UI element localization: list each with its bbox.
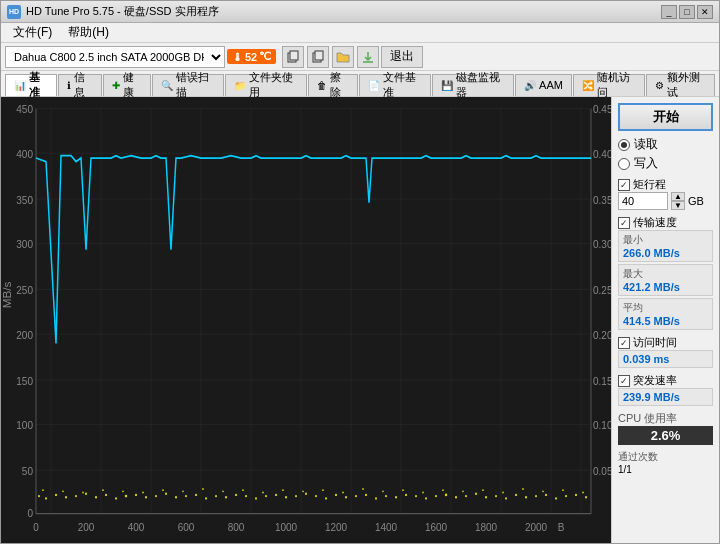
max-stat-block: 最大 421.2 MB/s [618, 264, 713, 296]
access-time-checkbox[interactable]: ✓ [618, 337, 630, 349]
svg-text:ms: ms [609, 308, 611, 324]
exit-button[interactable]: 退出 [381, 46, 423, 68]
svg-point-78 [175, 496, 177, 498]
svg-point-114 [535, 495, 537, 497]
menu-bar: 文件(F) 帮助(H) [1, 23, 719, 43]
read-radio-item[interactable]: 读取 [618, 136, 713, 153]
burst-value: 239.9 MB/s [623, 391, 708, 403]
download-icon-btn[interactable] [357, 46, 379, 68]
svg-text:0.05: 0.05 [593, 464, 611, 477]
svg-text:350: 350 [16, 193, 33, 206]
random-tab-icon: 🔀 [582, 80, 594, 91]
svg-point-132 [282, 489, 284, 491]
folder-icon-btn[interactable] [332, 46, 354, 68]
svg-point-110 [495, 495, 497, 497]
drive-dropdown[interactable]: Dahua C800 2.5 inch SATA 2000GB DH9S411A… [5, 46, 225, 68]
range-up-btn[interactable]: ▲ [671, 192, 685, 201]
svg-point-130 [242, 489, 244, 491]
avg-stat-block: 平均 414.5 MB/s [618, 298, 713, 330]
svg-point-124 [122, 490, 124, 492]
svg-text:1000: 1000 [275, 520, 297, 533]
svg-text:600: 600 [178, 520, 195, 533]
maximize-button[interactable]: □ [679, 5, 695, 19]
tab-error-scan[interactable]: 🔍 错误扫描 [152, 74, 224, 96]
range-section: ✓ 矩行程 ▲ ▼ GB [618, 177, 713, 210]
tab-disk-monitor[interactable]: 💾 磁盘监视器 [432, 74, 514, 96]
svg-point-112 [515, 494, 517, 496]
burst-checkbox[interactable]: ✓ [618, 375, 630, 387]
svg-text:250: 250 [16, 283, 33, 296]
tab-extra[interactable]: ⚙ 额外测试 [646, 74, 715, 96]
svg-point-108 [475, 493, 477, 495]
svg-point-103 [425, 497, 427, 499]
drive-selector: Dahua C800 2.5 inch SATA 2000GB DH9S411A… [5, 46, 225, 68]
write-radio-item[interactable]: 写入 [618, 155, 713, 172]
svg-rect-5 [1, 97, 611, 543]
extra-tab-icon: ⚙ [655, 80, 664, 91]
tab-file-baseline[interactable]: 📄 文件基准 [359, 74, 431, 96]
tab-erase[interactable]: 🗑 擦除 [308, 74, 358, 96]
svg-point-138 [402, 489, 404, 491]
erase-tab-label: 擦除 [330, 70, 349, 100]
svg-point-91 [305, 493, 307, 495]
tab-file-bench[interactable]: 📁 文件夹使用 [225, 74, 307, 96]
svg-point-113 [525, 496, 527, 498]
aam-tab-label: AAM [539, 79, 563, 91]
svg-point-74 [135, 494, 137, 496]
minimize-button[interactable]: _ [661, 5, 677, 19]
svg-text:400: 400 [16, 147, 33, 160]
svg-rect-3 [315, 51, 323, 60]
pass-section: 通过次数 1/1 [618, 450, 713, 475]
range-input-row: ▲ ▼ GB [618, 192, 713, 210]
svg-text:100: 100 [16, 418, 33, 431]
svg-point-69 [85, 493, 87, 495]
range-down-btn[interactable]: ▼ [671, 201, 685, 210]
svg-rect-1 [290, 51, 298, 60]
range-value-input[interactable] [618, 192, 668, 210]
svg-point-80 [195, 494, 197, 496]
menu-help[interactable]: 帮助(H) [60, 22, 117, 43]
benchmark-chart: 450 400 350 300 250 200 150 100 50 0 MB/… [1, 97, 611, 543]
tab-info[interactable]: ℹ 信息 [58, 74, 102, 96]
svg-point-81 [205, 497, 207, 499]
svg-point-70 [95, 496, 97, 498]
transfer-speed-checkbox[interactable]: ✓ [618, 217, 630, 229]
tab-aam[interactable]: 🔊 AAM [515, 74, 572, 96]
svg-point-82 [215, 495, 217, 497]
menu-file[interactable]: 文件(F) [5, 22, 60, 43]
min-value: 266.0 MB/s [623, 247, 708, 259]
svg-point-87 [265, 495, 267, 497]
svg-point-123 [102, 489, 104, 491]
access-time-checkbox-item: ✓ 访问时间 [618, 335, 713, 350]
svg-point-146 [562, 489, 564, 491]
tab-health[interactable]: ✚ 健康 [103, 74, 151, 96]
svg-point-134 [322, 489, 324, 491]
range-checkbox[interactable]: ✓ [618, 179, 630, 191]
svg-point-99 [385, 495, 387, 497]
close-button[interactable]: ✕ [697, 5, 713, 19]
aam-tab-icon: 🔊 [524, 80, 536, 91]
access-time-label: 访问时间 [633, 335, 677, 350]
svg-point-102 [415, 495, 417, 497]
copy-icon-btn-2[interactable] [307, 46, 329, 68]
svg-text:800: 800 [228, 520, 245, 533]
tab-random[interactable]: 🔀 随机访问 [573, 74, 645, 96]
svg-point-98 [375, 497, 377, 499]
read-radio-label: 读取 [634, 136, 658, 153]
svg-point-131 [262, 492, 264, 494]
svg-point-127 [182, 490, 184, 492]
copy-icon-btn-1[interactable] [282, 46, 304, 68]
svg-point-145 [542, 490, 544, 492]
svg-point-119 [585, 496, 587, 498]
svg-point-143 [502, 492, 504, 494]
access-time-stat-block: 0.039 ms [618, 350, 713, 368]
start-button[interactable]: 开始 [618, 103, 713, 131]
svg-point-118 [575, 494, 577, 496]
range-unit: GB [688, 195, 704, 207]
cpu-value: 2.6% [622, 428, 709, 443]
window-controls: _ □ ✕ [661, 5, 713, 19]
svg-text:0.30: 0.30 [593, 238, 611, 251]
svg-text:150: 150 [16, 374, 33, 387]
toolbar: Dahua C800 2.5 inch SATA 2000GB DH9S411A… [1, 43, 719, 71]
tab-benchmark[interactable]: 📊 基准 [5, 74, 57, 96]
